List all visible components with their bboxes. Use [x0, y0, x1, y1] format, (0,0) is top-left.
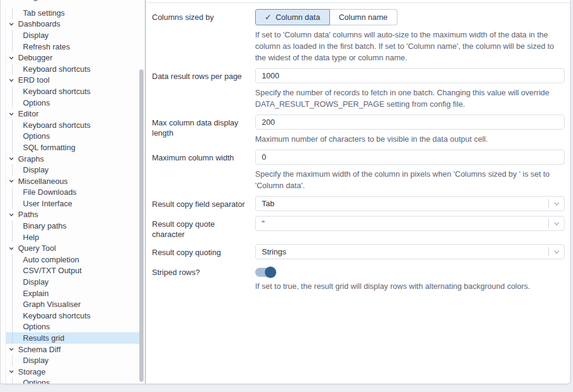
- sidebar-item-results-grid[interactable]: Results grid: [6, 332, 139, 344]
- sidebar-item-tab-settings[interactable]: Tab settings: [6, 7, 139, 19]
- sidebar-item-label: Dashboards: [18, 19, 60, 28]
- sidebar-item-keyboard-shortcuts-4[interactable]: Keyboard shortcuts: [6, 310, 139, 321]
- sidebar-item-debugger[interactable]: Debugger: [6, 52, 139, 63]
- setting-label: Striped rows?: [152, 264, 255, 292]
- sidebar-item-label: User Interface: [23, 199, 72, 208]
- sidebar-item-help[interactable]: Help: [6, 232, 139, 243]
- sidebar-item-label: Debugger: [18, 53, 52, 62]
- sidebar-item-label: Options: [23, 131, 50, 141]
- sidebar-item-label: Graph Visualiser: [23, 300, 81, 309]
- chevron-down-icon: [8, 346, 14, 352]
- chevron-down-icon: [8, 212, 14, 218]
- chevron-down-icon: [553, 200, 560, 207]
- sidebar-item-graphs[interactable]: Graphs: [6, 153, 139, 165]
- sidebar-item-query-tool[interactable]: Query Tool: [6, 242, 139, 254]
- sidebar-item-options[interactable]: Options: [6, 97, 139, 109]
- sidebar-item-csv-txt-output[interactable]: CSV/TXT Output: [6, 265, 139, 277]
- preferences-sidebar: Tab settingsDashboardsDisplayRefresh rat…: [1, 0, 146, 384]
- chevron-down-icon: [8, 245, 14, 251]
- sidebar-item-label: Miscellaneous: [18, 177, 68, 186]
- sidebar-item-binary-paths[interactable]: Binary paths: [6, 220, 139, 232]
- sidebar-item-user-interface[interactable]: User Interface: [6, 198, 139, 209]
- copy-field-separator-select[interactable]: Tab: [255, 196, 565, 211]
- sidebar-item-label: Display: [23, 31, 49, 40]
- setting-label: Maximum column width: [152, 150, 255, 191]
- sidebar-item-options-4[interactable]: Options: [6, 378, 139, 384]
- sidebar-item-label: Query Tool: [18, 244, 56, 253]
- setting-help-text: If set to true, the result grid will dis…: [255, 280, 565, 292]
- rows-per-page-input[interactable]: [255, 68, 565, 83]
- chevron-down-icon: [8, 111, 14, 117]
- sidebar-item-keyboard-shortcuts[interactable]: Keyboard shortcuts: [6, 63, 139, 75]
- sidebar-item-display-3[interactable]: Display: [6, 276, 139, 288]
- sidebar-item-label: Keyboard shortcuts: [23, 65, 90, 74]
- sidebar-item-graph-visualiser[interactable]: Graph Visualiser: [6, 299, 139, 310]
- columns-sized-by-button-group: ✓ Column data Column name: [255, 9, 397, 25]
- sidebar-item-label: Options: [23, 98, 50, 107]
- setting-help-text: If set to 'Column data' columns will aut…: [255, 29, 565, 63]
- sidebar-item-display-2[interactable]: Display: [6, 164, 139, 175]
- chevron-down-icon: [8, 21, 14, 27]
- preferences-dialog: Tab settingsDashboardsDisplayRefresh rat…: [0, 0, 571, 384]
- sidebar-item-options-3[interactable]: Options: [6, 321, 139, 333]
- setting-help-text: Specify the number of records to fetch i…: [255, 87, 565, 110]
- sidebar-item-schema-diff[interactable]: Schema Diff: [6, 344, 139, 355]
- sidebar-item-paths[interactable]: Paths: [6, 209, 139, 221]
- chevron-down-icon: [8, 55, 14, 61]
- setting-row-copy-quote-character: Result copy quote character ": [152, 216, 565, 239]
- sidebar-item-options-2[interactable]: Options: [6, 131, 139, 142]
- sidebar-item-label: Display: [23, 356, 49, 365]
- results-grid-settings-panel: Columns sized by ✓ Column data Column na…: [146, 2, 570, 384]
- setting-help-text: Specify the maximum width of the column …: [255, 168, 565, 191]
- sidebar-item-label: Editor: [18, 109, 39, 118]
- selected-value: Tab: [262, 199, 274, 208]
- preferences-tree: Tab settingsDashboardsDisplayRefresh rat…: [5, 7, 139, 384]
- chevron-down-icon: [553, 248, 560, 256]
- sidebar-item-label: Help: [23, 233, 39, 242]
- copy-quote-character-select[interactable]: ": [255, 216, 565, 231]
- clipped-tree-item-fragment: [34, 0, 37, 1]
- sidebar-item-keyboard-shortcuts-2[interactable]: Keyboard shortcuts: [6, 86, 139, 97]
- select-separator: [548, 247, 549, 256]
- setting-row-columns-sized-by: Columns sized by ✓ Column data Column na…: [152, 9, 565, 63]
- sidebar-item-sql-formatting[interactable]: SQL formatting: [6, 142, 139, 153]
- sidebar-item-editor[interactable]: Editor: [6, 108, 139, 119]
- sidebar-item-display-4[interactable]: Display: [6, 355, 139, 366]
- column-name-button[interactable]: Column name: [330, 9, 397, 25]
- sidebar-item-label: Auto completion: [23, 255, 79, 264]
- selected-value: Strings: [262, 247, 286, 256]
- sidebar-scrollbar-thumb[interactable]: [139, 69, 144, 382]
- sidebar-item-label: Display: [23, 277, 49, 286]
- setting-help-text: Maximum number of characters to be visib…: [255, 133, 565, 145]
- sidebar-item-auto-completion[interactable]: Auto completion: [6, 254, 139, 265]
- sidebar-item-dashboards[interactable]: Dashboards: [6, 19, 139, 30]
- striped-rows-toggle[interactable]: [255, 268, 276, 277]
- setting-label: Result copy field separator: [152, 196, 255, 211]
- column-data-button[interactable]: ✓ Column data: [255, 9, 330, 25]
- toggle-knob: [265, 267, 276, 278]
- sidebar-item-label: ERD tool: [18, 75, 49, 84]
- setting-row-rows-per-page: Data result rows per page Specify the nu…: [152, 68, 565, 110]
- sidebar-item-label: Results grid: [23, 334, 65, 343]
- sidebar-item-label: Display: [23, 165, 49, 174]
- setting-row-striped-rows: Striped rows? If set to true, the result…: [152, 264, 565, 292]
- sidebar-item-refresh-rates[interactable]: Refresh rates: [6, 41, 139, 52]
- max-display-length-input[interactable]: [255, 115, 565, 130]
- copy-quoting-select[interactable]: Strings: [255, 244, 565, 259]
- sidebar-item-label: Graphs: [18, 154, 44, 163]
- setting-label: Columns sized by: [152, 9, 255, 63]
- sidebar-item-file-downloads[interactable]: File Downloads: [6, 187, 139, 198]
- chevron-down-icon: [553, 220, 560, 227]
- sidebar-item-erd-tool[interactable]: ERD tool: [6, 75, 139, 86]
- sidebar-item-display[interactable]: Display: [6, 30, 139, 41]
- chevron-down-icon: [8, 368, 14, 375]
- sidebar-item-storage[interactable]: Storage: [6, 366, 139, 378]
- setting-label: Max column data display length: [152, 115, 255, 145]
- sidebar-item-explain[interactable]: Explain: [6, 288, 139, 299]
- max-column-width-input[interactable]: [255, 150, 565, 165]
- chevron-down-icon: [8, 156, 14, 162]
- sidebar-item-miscellaneous[interactable]: Miscellaneous: [6, 175, 139, 187]
- select-separator: [548, 199, 549, 208]
- sidebar-item-keyboard-shortcuts-3[interactable]: Keyboard shortcuts: [6, 119, 139, 131]
- setting-row-max-display-length: Max column data display length Maximum n…: [152, 115, 565, 145]
